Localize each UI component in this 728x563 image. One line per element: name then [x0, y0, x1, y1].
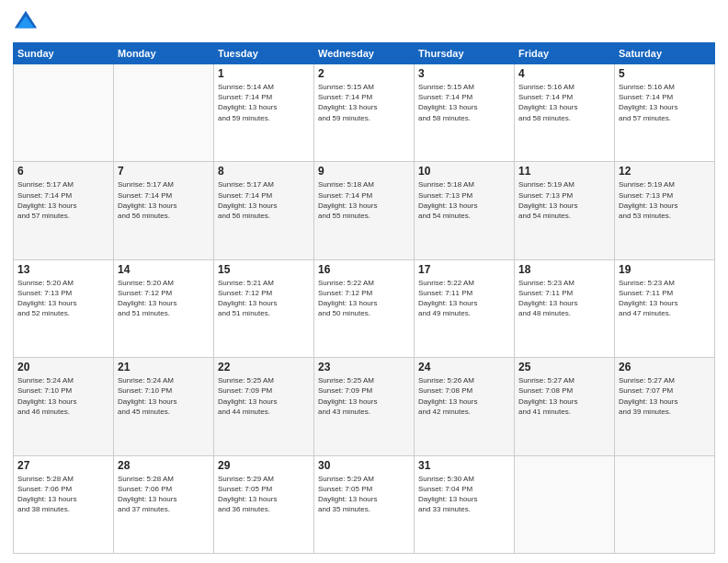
day-number: 21 [118, 361, 210, 373]
day-number: 13 [17, 263, 109, 276]
day-number: 3 [418, 67, 510, 80]
day-number: 30 [318, 459, 410, 472]
day-number: 27 [17, 459, 109, 472]
day-info: Sunrise: 5:17 AM Sunset: 7:14 PM Dayligh… [118, 179, 210, 221]
calendar-cell: 9Sunrise: 5:18 AM Sunset: 7:14 PM Daylig… [314, 162, 415, 259]
day-number: 16 [318, 263, 410, 276]
day-number: 24 [418, 361, 510, 373]
calendar-cell [14, 64, 114, 162]
day-number: 17 [418, 263, 510, 276]
calendar-cell: 4Sunrise: 5:16 AM Sunset: 7:14 PM Daylig… [515, 64, 615, 162]
day-info: Sunrise: 5:20 AM Sunset: 7:13 PM Dayligh… [17, 278, 109, 319]
day-info: Sunrise: 5:14 AM Sunset: 7:14 PM Dayligh… [218, 82, 310, 123]
day-info: Sunrise: 5:28 AM Sunset: 7:06 PM Dayligh… [17, 474, 109, 515]
week-row-1: 1Sunrise: 5:14 AM Sunset: 7:14 PM Daylig… [14, 64, 715, 162]
day-number: 10 [418, 165, 510, 178]
weekday-header-row: SundayMondayTuesdayWednesdayThursdayFrid… [14, 43, 715, 64]
calendar-cell [114, 64, 214, 162]
weekday-header-thursday: Thursday [415, 43, 515, 64]
day-number: 11 [518, 165, 610, 178]
weekday-header-sunday: Sunday [14, 43, 114, 64]
calendar-cell: 18Sunrise: 5:23 AM Sunset: 7:11 PM Dayli… [515, 259, 615, 357]
weekday-header-monday: Monday [114, 43, 214, 64]
calendar-cell: 11Sunrise: 5:19 AM Sunset: 7:13 PM Dayli… [515, 162, 615, 259]
calendar-cell: 14Sunrise: 5:20 AM Sunset: 7:12 PM Dayli… [114, 259, 214, 357]
logo-icon [13, 9, 39, 35]
calendar-cell: 26Sunrise: 5:27 AM Sunset: 7:07 PM Dayli… [615, 358, 715, 455]
day-info: Sunrise: 5:18 AM Sunset: 7:13 PM Dayligh… [418, 179, 510, 221]
day-info: Sunrise: 5:29 AM Sunset: 7:05 PM Dayligh… [218, 474, 310, 515]
day-number: 26 [619, 361, 711, 373]
calendar-cell: 30Sunrise: 5:29 AM Sunset: 7:05 PM Dayli… [314, 455, 415, 553]
calendar-cell: 10Sunrise: 5:18 AM Sunset: 7:13 PM Dayli… [415, 162, 515, 259]
day-info: Sunrise: 5:16 AM Sunset: 7:14 PM Dayligh… [518, 82, 610, 123]
calendar-cell: 5Sunrise: 5:16 AM Sunset: 7:14 PM Daylig… [615, 64, 715, 162]
week-row-4: 20Sunrise: 5:24 AM Sunset: 7:10 PM Dayli… [14, 358, 715, 455]
calendar-cell: 19Sunrise: 5:23 AM Sunset: 7:11 PM Dayli… [615, 259, 715, 357]
weekday-header-tuesday: Tuesday [214, 43, 314, 64]
calendar-cell: 24Sunrise: 5:26 AM Sunset: 7:08 PM Dayli… [415, 358, 515, 455]
day-info: Sunrise: 5:24 AM Sunset: 7:10 PM Dayligh… [118, 375, 210, 417]
day-info: Sunrise: 5:17 AM Sunset: 7:14 PM Dayligh… [17, 179, 109, 221]
day-number: 25 [518, 361, 610, 373]
day-number: 28 [118, 459, 210, 472]
day-number: 15 [218, 263, 310, 276]
calendar-cell: 15Sunrise: 5:21 AM Sunset: 7:12 PM Dayli… [214, 259, 314, 357]
calendar-cell: 2Sunrise: 5:15 AM Sunset: 7:14 PM Daylig… [314, 64, 415, 162]
calendar-cell: 6Sunrise: 5:17 AM Sunset: 7:14 PM Daylig… [14, 162, 114, 259]
day-number: 20 [17, 361, 109, 373]
calendar-cell: 25Sunrise: 5:27 AM Sunset: 7:08 PM Dayli… [515, 358, 615, 455]
day-info: Sunrise: 5:19 AM Sunset: 7:13 PM Dayligh… [518, 179, 610, 221]
day-info: Sunrise: 5:20 AM Sunset: 7:12 PM Dayligh… [118, 278, 210, 319]
day-number: 1 [218, 67, 310, 80]
calendar-cell: 1Sunrise: 5:14 AM Sunset: 7:14 PM Daylig… [214, 64, 314, 162]
weekday-header-wednesday: Wednesday [314, 43, 415, 64]
week-row-3: 13Sunrise: 5:20 AM Sunset: 7:13 PM Dayli… [14, 259, 715, 357]
calendar-cell: 13Sunrise: 5:20 AM Sunset: 7:13 PM Dayli… [14, 259, 114, 357]
logo [13, 9, 42, 35]
day-info: Sunrise: 5:22 AM Sunset: 7:12 PM Dayligh… [318, 278, 410, 319]
calendar-cell: 29Sunrise: 5:29 AM Sunset: 7:05 PM Dayli… [214, 455, 314, 553]
day-info: Sunrise: 5:16 AM Sunset: 7:14 PM Dayligh… [619, 82, 711, 123]
day-info: Sunrise: 5:22 AM Sunset: 7:11 PM Dayligh… [418, 278, 510, 319]
day-info: Sunrise: 5:29 AM Sunset: 7:05 PM Dayligh… [318, 474, 410, 515]
day-info: Sunrise: 5:23 AM Sunset: 7:11 PM Dayligh… [518, 278, 610, 319]
calendar-cell: 22Sunrise: 5:25 AM Sunset: 7:09 PM Dayli… [214, 358, 314, 455]
day-info: Sunrise: 5:23 AM Sunset: 7:11 PM Dayligh… [619, 278, 711, 319]
calendar-cell: 3Sunrise: 5:15 AM Sunset: 7:14 PM Daylig… [415, 64, 515, 162]
day-number: 4 [518, 67, 610, 80]
calendar-cell: 7Sunrise: 5:17 AM Sunset: 7:14 PM Daylig… [114, 162, 214, 259]
day-info: Sunrise: 5:15 AM Sunset: 7:14 PM Dayligh… [318, 82, 410, 123]
day-info: Sunrise: 5:15 AM Sunset: 7:14 PM Dayligh… [418, 82, 510, 123]
day-info: Sunrise: 5:30 AM Sunset: 7:04 PM Dayligh… [418, 474, 510, 515]
day-info: Sunrise: 5:19 AM Sunset: 7:13 PM Dayligh… [619, 179, 711, 221]
day-info: Sunrise: 5:27 AM Sunset: 7:07 PM Dayligh… [619, 375, 711, 417]
day-number: 23 [318, 361, 410, 373]
calendar-cell [515, 455, 615, 553]
day-number: 22 [218, 361, 310, 373]
day-number: 8 [218, 165, 310, 178]
header [13, 9, 715, 35]
day-number: 29 [218, 459, 310, 472]
day-number: 5 [619, 67, 711, 80]
day-info: Sunrise: 5:28 AM Sunset: 7:06 PM Dayligh… [118, 474, 210, 515]
calendar-table: SundayMondayTuesdayWednesdayThursdayFrid… [13, 42, 715, 554]
calendar-cell: 8Sunrise: 5:17 AM Sunset: 7:14 PM Daylig… [214, 162, 314, 259]
day-info: Sunrise: 5:25 AM Sunset: 7:09 PM Dayligh… [318, 375, 410, 417]
calendar-cell: 17Sunrise: 5:22 AM Sunset: 7:11 PM Dayli… [415, 259, 515, 357]
day-info: Sunrise: 5:25 AM Sunset: 7:09 PM Dayligh… [218, 375, 310, 417]
calendar-cell: 28Sunrise: 5:28 AM Sunset: 7:06 PM Dayli… [114, 455, 214, 553]
day-number: 18 [518, 263, 610, 276]
day-number: 19 [619, 263, 711, 276]
day-number: 12 [619, 165, 711, 178]
calendar-cell: 21Sunrise: 5:24 AM Sunset: 7:10 PM Dayli… [114, 358, 214, 455]
calendar-cell: 12Sunrise: 5:19 AM Sunset: 7:13 PM Dayli… [615, 162, 715, 259]
week-row-5: 27Sunrise: 5:28 AM Sunset: 7:06 PM Dayli… [14, 455, 715, 553]
day-number: 7 [118, 165, 210, 178]
calendar-cell [615, 455, 715, 553]
day-number: 14 [118, 263, 210, 276]
day-number: 2 [318, 67, 410, 80]
calendar-cell: 27Sunrise: 5:28 AM Sunset: 7:06 PM Dayli… [14, 455, 114, 553]
day-number: 31 [418, 459, 510, 472]
calendar-cell: 16Sunrise: 5:22 AM Sunset: 7:12 PM Dayli… [314, 259, 415, 357]
